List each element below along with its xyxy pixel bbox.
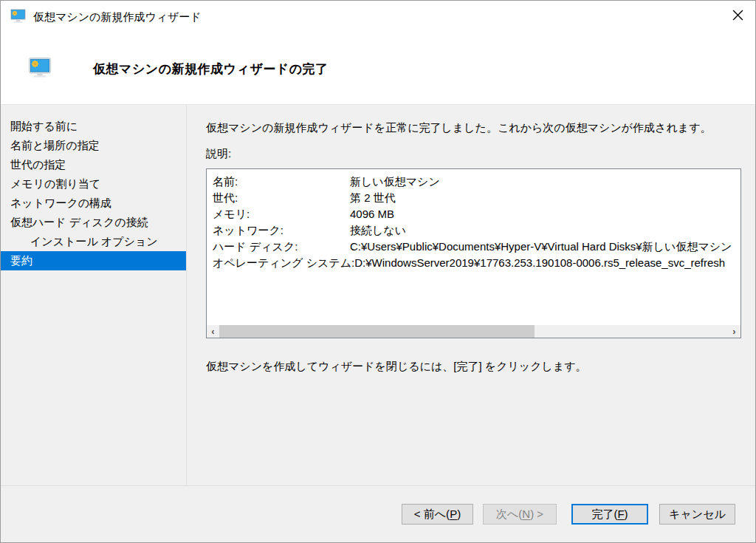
summary-page: 仮想マシンの新規作成ウィザードを正常に完了しました。これから次の仮想マシンが作成… xyxy=(187,105,755,485)
summary-row-generation: 世代: 第 2 世代 xyxy=(213,190,740,206)
summary-row-name: 名前: 新しい仮想マシン xyxy=(213,174,740,190)
description-label: 説明: xyxy=(206,146,741,161)
window-title: 仮想マシンの新規作成ウィザード xyxy=(33,10,202,24)
previous-button[interactable]: < 前へ(P) xyxy=(402,504,473,525)
page-title: 仮想マシンの新規作成ウィザードの完了 xyxy=(93,61,329,78)
summary-value: D:¥WindowsServer2019¥17763.253.190108-00… xyxy=(354,255,740,271)
summary-rows: 名前: 新しい仮想マシン 世代: 第 2 世代 メモリ: 4096 MB ネット… xyxy=(207,169,740,271)
summary-row-memory: メモリ: 4096 MB xyxy=(213,206,740,222)
scroll-left-icon[interactable]: ‹ xyxy=(207,325,219,338)
close-icon xyxy=(732,10,743,23)
wizard-body: 開始する前に 名前と場所の指定 世代の指定 メモリの割り当て ネットワークの構成… xyxy=(1,105,755,485)
sidebar-item-memory[interactable]: メモリの割り当て xyxy=(1,174,186,194)
close-button[interactable] xyxy=(720,1,755,32)
titlebar: 仮想マシンの新規作成ウィザード xyxy=(1,1,755,33)
scrollbar-track[interactable] xyxy=(219,325,728,338)
sidebar-item-networking[interactable]: ネットワークの構成 xyxy=(1,194,186,213)
summary-label: メモリ: xyxy=(213,206,350,222)
summary-value: C:¥Users¥Public¥Documents¥Hyper-V¥Virtua… xyxy=(350,239,740,255)
summary-value: 4096 MB xyxy=(350,206,740,222)
summary-value: 接続しない xyxy=(350,222,740,239)
next-button: 次へ(N) > xyxy=(483,504,557,525)
completion-message: 仮想マシンの新規作成ウィザードを正常に完了しました。これから次の仮想マシンが作成… xyxy=(206,120,741,135)
summary-description-box: 名前: 新しい仮想マシン 世代: 第 2 世代 メモリ: 4096 MB ネット… xyxy=(206,168,741,338)
summary-row-hard-disk: ハード ディスク: C:¥Users¥Public¥Documents¥Hype… xyxy=(213,239,740,255)
summary-value: 新しい仮想マシン xyxy=(350,174,740,190)
summary-label: オペレーティング システム: xyxy=(213,255,354,271)
finish-instruction: 仮想マシンを作成してウィザードを閉じるには、[完了] をクリックします。 xyxy=(206,359,741,374)
summary-row-network: ネットワーク: 接続しない xyxy=(213,222,740,239)
wizard-header: 仮想マシンの新規作成ウィザードの完了 xyxy=(1,33,755,105)
summary-row-operating-system: オペレーティング システム: D:¥WindowsServer2019¥1776… xyxy=(213,255,740,271)
summary-label: 名前: xyxy=(213,174,350,190)
scroll-right-icon[interactable]: › xyxy=(728,325,740,338)
wizard-window: 仮想マシンの新規作成ウィザード 仮想マシンの新規作成ウィザードの完了 xyxy=(0,0,756,543)
scrollbar-thumb[interactable] xyxy=(219,325,535,338)
finish-button[interactable]: 完了(F) xyxy=(571,504,648,525)
summary-value: 第 2 世代 xyxy=(350,190,740,206)
summary-label: ネットワーク: xyxy=(213,222,350,239)
cancel-button[interactable]: キャンセル xyxy=(659,504,735,525)
hyperv-monitor-icon xyxy=(29,58,51,81)
hyperv-monitor-icon xyxy=(10,9,26,26)
sidebar-item-name-location[interactable]: 名前と場所の指定 xyxy=(1,136,186,155)
sidebar-item-virtual-hard-disk[interactable]: 仮想ハード ディスクの接続 xyxy=(1,213,186,232)
sidebar-item-before-you-begin[interactable]: 開始する前に xyxy=(1,117,186,136)
horizontal-scrollbar[interactable]: ‹ › xyxy=(207,325,740,338)
wizard-steps-sidebar: 開始する前に 名前と場所の指定 世代の指定 メモリの割り当て ネットワークの構成… xyxy=(1,105,187,485)
sidebar-item-summary[interactable]: 要約 xyxy=(1,251,186,270)
summary-label: 世代: xyxy=(213,190,350,206)
summary-label: ハード ディスク: xyxy=(213,239,350,255)
footer-button-bar: < 前へ(P) 次へ(N) > 完了(F) キャンセル xyxy=(1,486,755,542)
sidebar-item-installation-options[interactable]: インストール オプション xyxy=(1,232,186,251)
sidebar-item-generation[interactable]: 世代の指定 xyxy=(1,155,186,174)
